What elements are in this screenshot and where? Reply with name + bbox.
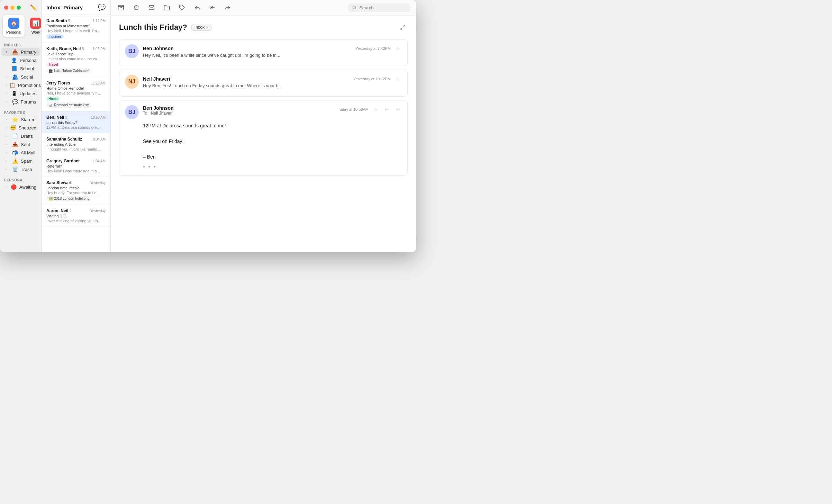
sidebar-item-forums-label: Forums: [21, 99, 36, 105]
sidebar-item-drafts[interactable]: › 📄 Drafts: [1, 132, 40, 140]
message-item[interactable]: NJ Neil Jhaveri Yesterday at 10:12PM ☆ H…: [119, 70, 408, 97]
svg-line-5: [403, 25, 405, 27]
email-preview: I thought you might like reading this ar…: [46, 147, 102, 151]
email-subject: Lake Tahoe Trip: [46, 52, 106, 56]
inbox-tag-label: Inbox: [195, 25, 205, 30]
expand-thread-button[interactable]: [398, 22, 408, 32]
minimize-button[interactable]: [10, 6, 15, 10]
inbox-tag-close[interactable]: ×: [206, 25, 208, 29]
social-icon: 🫂: [12, 74, 18, 80]
detail-content: Lunch this Friday? Inbox × BJ Ben Johnso…: [111, 16, 416, 252]
message-header: BJ Ben Johnson To: Neil Jhaveri Today at…: [125, 105, 402, 119]
email-subject: Positions at Mimestream?: [46, 24, 106, 28]
message-recipient: Neil Jhaveri: [151, 111, 173, 116]
message-sender: Ben Johnson: [143, 46, 174, 51]
sidebar-item-all-mail[interactable]: › 📬 All Mail: [1, 148, 40, 157]
mark-unread-button[interactable]: [147, 3, 156, 12]
sidebar-item-social-label: Social: [21, 74, 36, 80]
email-item[interactable]: Gregory Gardner 1:34 AM Referral? Hey Ne…: [42, 155, 110, 177]
search-bar[interactable]: [348, 3, 410, 12]
reply-all-button[interactable]: [208, 3, 217, 12]
sidebar-item-trash-label: Trash: [21, 167, 36, 172]
email-item[interactable]: Jerry Flores 11:29 AM Home Office Remode…: [42, 77, 110, 111]
drafts-chevron: ›: [6, 134, 9, 138]
detail-title-row: Lunch this Friday? Inbox ×: [119, 22, 408, 32]
email-sender: Gregory Gardner: [46, 159, 80, 163]
work-account-icon: 📊: [30, 18, 41, 29]
reply-message-button[interactable]: ↩: [382, 105, 391, 114]
email-item-header: Gregory Gardner 1:34 AM: [46, 159, 106, 163]
folder-button[interactable]: [162, 3, 172, 12]
more-messages-indicator[interactable]: • • •: [125, 163, 402, 171]
svg-line-4: [355, 8, 356, 9]
star-button[interactable]: ☆: [371, 105, 380, 114]
sidebar-item-forums[interactable]: › 💬 Forums: [1, 98, 40, 106]
sidebar-item-starred[interactable]: › ⭐ Starred: [1, 115, 40, 124]
message-body-text: 12PM at Delarosa sounds great to me!: [143, 122, 402, 129]
primary-chevron: ▾: [6, 50, 9, 54]
message-meta: Ben Johnson Yesterday at 7:42PM ☆ Hey Ne…: [143, 44, 402, 58]
sidebar-item-snoozed-label: Snoozed: [19, 125, 36, 130]
sent-chevron: ›: [6, 143, 9, 146]
trash-button[interactable]: [132, 3, 141, 12]
inboxes-section-label: Inboxes: [0, 41, 41, 48]
attachment-icon: 📊: [48, 103, 53, 107]
message-time: Yesterday at 7:42PM: [355, 46, 391, 51]
sidebar-item-sent[interactable]: › 📤 Sent: [1, 140, 40, 148]
search-input[interactable]: [359, 5, 406, 10]
sidebar-item-snoozed[interactable]: › 😴 Snoozed: [1, 124, 40, 132]
sidebar-item-promotions-label: Promotions: [18, 83, 41, 88]
sidebar-item-updates[interactable]: › 📱 Updates: [1, 89, 40, 98]
promotions-chevron: ›: [6, 83, 7, 87]
message-time: Today at 10:58AM: [338, 107, 369, 111]
more-options-button[interactable]: ⋯: [394, 105, 402, 114]
list-options-icon[interactable]: 💬: [98, 3, 106, 11]
svg-rect-0: [118, 5, 124, 7]
avatar: NJ: [125, 75, 139, 89]
maximize-button[interactable]: [17, 6, 21, 10]
sidebar-item-school[interactable]: 📘 School: [1, 64, 40, 73]
message-item[interactable]: BJ Ben Johnson To: Neil Jhaveri Today at…: [119, 100, 408, 176]
window-controls: ✏️: [0, 4, 41, 15]
email-item[interactable]: Keith, Bruce, Neil 5 1:03 PM Lake Tahoe …: [42, 43, 110, 77]
sidebar-item-primary[interactable]: ▾ 📥 Primary: [1, 48, 40, 56]
reply-button[interactable]: [192, 3, 202, 12]
email-tag: Inquiries: [46, 34, 64, 39]
email-item[interactable]: Ben, Neil 3 10:58 AM Lunch this Friday? …: [42, 111, 110, 133]
email-preview: Hey buddy, For your trip to London, I wo…: [46, 191, 102, 195]
snoozed-chevron: ›: [6, 126, 7, 129]
email-item[interactable]: Aaron, Neil 2 Yesterday Visiting D.C. I …: [42, 205, 110, 227]
sidebar-item-awaiting[interactable]: › 🔴 Awaiting: [1, 183, 40, 191]
starred-icon: ⭐: [12, 117, 18, 122]
email-item-header: Dan Smith 5 1:12 PM: [46, 18, 106, 23]
all-mail-icon: 📬: [12, 150, 18, 155]
snoozed-icon: 😴: [10, 125, 16, 130]
email-subject: Home Office Remodel: [46, 86, 106, 90]
star-button[interactable]: ☆: [394, 75, 402, 83]
personal-section-label: Personal: [0, 176, 41, 183]
sidebar-item-primary-label: Primary: [21, 50, 36, 55]
forward-button[interactable]: [223, 3, 233, 12]
sidebar-item-personal[interactable]: 👤 Personal: [1, 56, 40, 64]
avatar: BJ: [125, 44, 139, 58]
email-item[interactable]: Sara Stewart Yesterday London hotel recs…: [42, 177, 110, 205]
archive-button[interactable]: [116, 3, 126, 12]
compose-icon[interactable]: ✏️: [30, 4, 37, 11]
sidebar-item-promotions[interactable]: › 📋 Promotions: [1, 81, 40, 89]
message-item[interactable]: BJ Ben Johnson Yesterday at 7:42PM ☆ Hey…: [119, 39, 408, 66]
email-item[interactable]: Dan Smith 5 1:12 PM Positions at Mimestr…: [42, 15, 110, 43]
email-subject: London hotel recs?: [46, 186, 106, 190]
sidebar-item-spam[interactable]: › ⚠️ Spam: [1, 157, 40, 165]
close-button[interactable]: [4, 6, 8, 10]
email-item-header: Sara Stewart Yesterday: [46, 180, 106, 185]
attachment-icon: 🖼️: [48, 197, 53, 200]
message-preview: Hey Ben, Yes! Lunch on Friday sounds gre…: [143, 83, 402, 88]
sidebar-item-trash[interactable]: › 🗑️ Trash: [1, 165, 40, 173]
tag-button[interactable]: [177, 3, 187, 12]
email-sender: Sara Stewart: [46, 180, 72, 185]
sidebar-item-awaiting-label: Awaiting: [19, 184, 36, 190]
personal-account-tab[interactable]: 🏠 Personal: [3, 15, 25, 37]
star-button[interactable]: ☆: [394, 44, 402, 53]
email-item[interactable]: Samantha Schultz 8:04 AM Interesting Art…: [42, 133, 110, 155]
sidebar-item-social[interactable]: › 🫂 Social: [1, 73, 40, 81]
